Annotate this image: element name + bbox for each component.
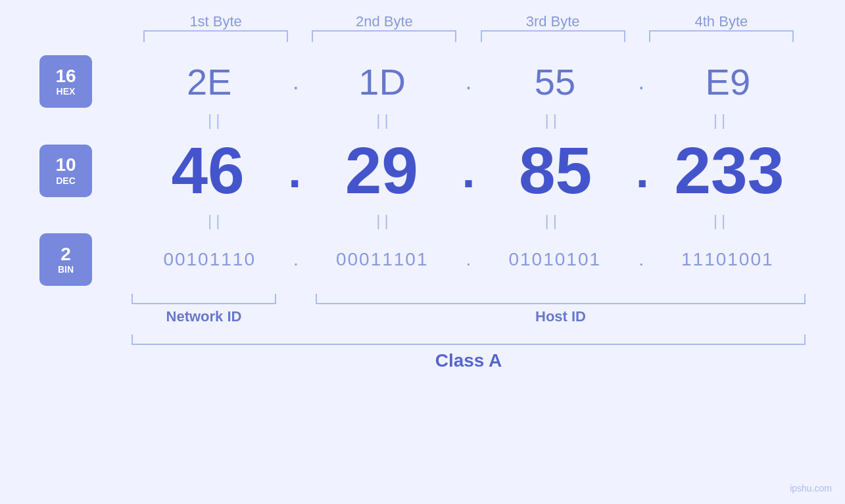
dec-dot-3: . bbox=[636, 144, 649, 198]
bin-values: 00101110 . 00011101 . 01010101 . 1110100… bbox=[132, 249, 806, 270]
class-a-bracket bbox=[132, 334, 806, 345]
dec-badge-label: DEC bbox=[56, 175, 76, 186]
network-id-bracket bbox=[132, 294, 276, 304]
class-a-section: Class A bbox=[39, 334, 806, 371]
bin-value-1: 00101110 bbox=[163, 249, 256, 269]
eq-1-4: || bbox=[649, 111, 794, 129]
hex-byte-3: 55 bbox=[483, 60, 627, 103]
host-id-label: Host ID bbox=[535, 308, 586, 325]
byte-header-3: 3rd Byte bbox=[481, 13, 625, 30]
bracket-3 bbox=[481, 30, 625, 42]
hex-badge-number: 16 bbox=[55, 66, 76, 87]
eq-1-1: || bbox=[143, 111, 288, 129]
dec-value-1: 46 bbox=[171, 133, 244, 207]
dec-dot-1: . bbox=[288, 144, 301, 198]
bracket-1 bbox=[143, 30, 288, 42]
dec-badge: 10 DEC bbox=[39, 145, 92, 197]
bin-byte-1: 00101110 bbox=[137, 249, 282, 270]
dec-row: 10 DEC 46 . 29 . 85 . 233 bbox=[39, 133, 806, 208]
bin-badge-number: 2 bbox=[60, 244, 71, 265]
bin-byte-3: 01010101 bbox=[483, 249, 627, 270]
hex-value-4: E9 bbox=[706, 61, 751, 103]
eq-1-2: || bbox=[312, 111, 456, 129]
hex-dot-3: . bbox=[638, 68, 644, 95]
bin-badge: 2 BIN bbox=[39, 233, 92, 286]
bin-dot-3: . bbox=[639, 249, 644, 270]
hex-dot-1: . bbox=[293, 68, 299, 95]
eq-2-1: || bbox=[143, 212, 288, 230]
equals-row-2: || || || || bbox=[39, 212, 806, 230]
bracket-4 bbox=[649, 30, 794, 42]
bracket-2 bbox=[312, 30, 456, 42]
hex-value-3: 55 bbox=[535, 61, 575, 103]
dec-dot-2: . bbox=[462, 144, 475, 198]
network-id-label: Network ID bbox=[166, 308, 242, 325]
hex-value-2: 1D bbox=[358, 61, 406, 103]
eq-1-3: || bbox=[481, 111, 625, 129]
hex-byte-1: 2E bbox=[137, 60, 281, 103]
byte-header-1: 1st Byte bbox=[143, 13, 288, 30]
bin-byte-4: 11101001 bbox=[655, 249, 800, 270]
dec-byte-4: 233 bbox=[657, 133, 802, 208]
dec-value-4: 233 bbox=[674, 133, 784, 207]
dec-values: 46 . 29 . 85 . 233 bbox=[132, 133, 806, 208]
hex-byte-2: 1D bbox=[310, 60, 454, 103]
hex-badge: 16 HEX bbox=[39, 55, 92, 108]
bin-value-3: 01010101 bbox=[508, 249, 601, 269]
byte-headers-row: 1st Byte 2nd Byte 3rd Byte 4th Byte bbox=[39, 13, 806, 30]
hex-badge-label: HEX bbox=[57, 86, 76, 97]
hex-values: 2E . 1D . 55 . E9 bbox=[132, 60, 806, 103]
eq-2-2: || bbox=[312, 212, 456, 230]
hex-dot-2: . bbox=[465, 68, 471, 95]
dec-value-2: 29 bbox=[345, 133, 418, 207]
watermark: ipshu.com bbox=[790, 483, 832, 493]
bin-dot-1: . bbox=[293, 249, 299, 270]
network-id-section: Network ID bbox=[132, 294, 276, 325]
equals-row-1: || || || || bbox=[39, 111, 806, 129]
byte-header-2: 2nd Byte bbox=[312, 13, 456, 30]
bin-row: 2 BIN 00101110 . 00011101 . 01010101 . 1… bbox=[39, 233, 806, 286]
class-a-label: Class A bbox=[132, 350, 806, 371]
hex-byte-4: E9 bbox=[656, 60, 800, 103]
dec-value-3: 85 bbox=[519, 133, 592, 207]
dec-byte-1: 46 bbox=[135, 133, 280, 208]
eq-2-4: || bbox=[649, 212, 794, 230]
hex-row: 16 HEX 2E . 1D . 55 . E9 bbox=[39, 55, 806, 108]
top-brackets bbox=[39, 30, 806, 42]
hex-value-1: 2E bbox=[187, 61, 232, 103]
bin-byte-2: 00011101 bbox=[310, 249, 454, 270]
dec-byte-2: 29 bbox=[309, 133, 454, 208]
eq-2-3: || bbox=[481, 212, 625, 230]
byte-header-4: 4th Byte bbox=[649, 13, 794, 30]
dec-badge-number: 10 bbox=[55, 155, 76, 175]
bin-badge-label: BIN bbox=[58, 264, 74, 275]
bottom-brackets-area: Network ID Host ID bbox=[39, 294, 806, 325]
host-id-bracket bbox=[316, 294, 806, 304]
bin-value-2: 00011101 bbox=[336, 249, 429, 269]
bin-value-4: 11101001 bbox=[681, 249, 774, 269]
host-id-section: Host ID bbox=[316, 294, 806, 325]
main-container: 1st Byte 2nd Byte 3rd Byte 4th Byte 16 H… bbox=[0, 0, 845, 504]
bin-dot-2: . bbox=[466, 249, 471, 270]
dec-byte-3: 85 bbox=[483, 133, 628, 208]
